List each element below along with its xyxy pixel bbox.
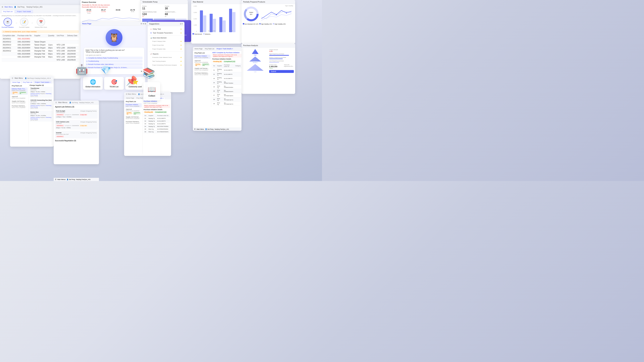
list-item-delivery[interactable]: Delivery Reply Trou... 03/05 To be compl…	[11, 87, 28, 95]
right-list-maintain[interactable]: Purchase Maintena... 03/10 To be complet…	[125, 120, 142, 124]
suggestion-3[interactable]: ▷ Remark Purchase order, Sale delivery	[86, 63, 142, 66]
chat-send-button[interactable]: ➤	[140, 70, 142, 72]
pr-list-maintain[interactable]: Purchase Maintena... 03/10 To be complet…	[194, 72, 210, 76]
home-settings-icon[interactable]: ⚙ ★ ⊞	[140, 23, 146, 25]
table-row: 02Nanjing TyNJ-3111098776	[212, 72, 242, 76]
left-tab-home[interactable]: Home Page	[11, 81, 22, 83]
purchase-right-panel: Home Page Proj./Task List Project / Task…	[193, 47, 242, 131]
branch-label: Nanjing FanQun_A01	[26, 6, 42, 8]
sidebar-delay-task[interactable]: ⚠ Delay Task ★	[148, 27, 184, 31]
suggestions-header: Suggestions ℹ ✕	[148, 22, 184, 26]
late-item-ccd: CCD Camera Lens Zhangta Hangyang Factory…	[55, 120, 98, 130]
home-page-label: Home Page	[82, 23, 91, 25]
table-row: 06Wuxi CgDK-97965487654678	[212, 89, 242, 93]
svg-rect-0	[200, 10, 203, 32]
purchase-flow-panel: ☰ Main Menu 👤 Dai Peng Nanjing FanQun_A0…	[0, 5, 80, 79]
sidebar-task-template[interactable]: ⚙ Task Template Parameters ★	[148, 31, 184, 35]
prepared-header: Partially Prepared Products	[242, 0, 295, 4]
svg-text:60+: 60+	[250, 13, 252, 15]
deco-books: 📚	[142, 67, 155, 79]
right-list-approval[interactable]: Approval 01/10 To be completed Pending (…	[125, 108, 142, 115]
base-data-header: 📊 Base Data Maintain	[148, 36, 184, 39]
table-row: 03Nanjing TyNJ-3111098776	[212, 76, 242, 81]
left-tab-proj[interactable]: Proj./Task List	[22, 81, 34, 83]
analysis-content: High Medium Low Usage amount 1.3% High f…	[242, 48, 295, 74]
list-item-purchase[interactable]: Purchase Maintena... 03/10 To be complet…	[11, 105, 28, 109]
pump-title: Schedulable Pump	[142, 1, 158, 3]
sidebar-project-scheduling[interactable]: Project Scheduling Performance Analysis …	[148, 63, 184, 67]
col-delivery-date: Delivery Date	[66, 34, 79, 37]
prepared-title: Partially Prepared Products	[243, 1, 265, 3]
analysis-header: Purchase Analysis	[242, 43, 295, 48]
agreed-late-content: Agreed Late Delivery (3) Fuse (Large) Zh…	[54, 105, 99, 143]
bottom-nav-right: ☰ Main Menu 👤 Dai Peng Nanjing FanQun_A0…	[193, 128, 242, 131]
collect-card[interactable]: 📖 Collect	[144, 82, 160, 100]
branch-info: [Nanjing Branch]: S11-09120003 [Shanghai…	[2, 15, 79, 16]
left-tab-details[interactable]: Project / Task Details ×	[34, 81, 52, 83]
list-item-supply[interactable]: Supply And Deman... 01/10 To be complete…	[11, 100, 28, 104]
purchase-analysis-panel: Purchase Analysis High Medium Low Usage …	[242, 43, 295, 94]
prepared-content: Stator 60+ Non-Standard HO 12% High Stab…	[242, 4, 295, 26]
receivable-content: Finance Overview Receivable ¥1,780,000 2…	[80, 0, 141, 25]
tab-proj-list[interactable]: Proj./Task List	[1, 10, 14, 13]
svg-text:Base: Base	[220, 30, 223, 32]
bottom-nav-agreed: ☰ Main Menus 👤 Dai Peng Nanjing FanQun_A…	[54, 178, 99, 181]
global-info-label: Global information	[84, 86, 102, 88]
main-menu-icon[interactable]: ☰	[2, 6, 3, 8]
pyramid-chart: High Medium Low	[243, 49, 268, 73]
home-center-panel: Home Page ⚙ ★ ⊞ 🦉 Hello! This is Oar. Is…	[80, 22, 148, 100]
deco-robot: 🤖	[76, 64, 88, 76]
sidebar-project-category[interactable]: Project Category Data ★	[148, 39, 184, 43]
deco-pin: 📌	[126, 75, 137, 86]
purchase-detail-table: No Supplier Purchase order No 01Nanjing …	[144, 114, 170, 133]
task-list-left-panel: ☰ Main Menu 👤 Dai Peng ▾ Nanjing FanQun_…	[10, 76, 54, 147]
receivable-title: Finance Overview	[82, 1, 96, 3]
right-list-purchase[interactable]: Purchase Initiation 03/07 To be complete…	[125, 103, 142, 107]
bottom-menu-icon[interactable]: ☰	[194, 128, 196, 130]
suggestions-panel: Suggestions ℹ ✕ ⚠ Delay Task ★ ⚙ Task Te…	[148, 22, 184, 92]
bottom-menu-icon-2[interactable]: ☰	[55, 179, 56, 180]
suggestions-info-icon[interactable]: ℹ ✕	[180, 23, 183, 25]
svg-point-18	[286, 12, 287, 13]
owl-mascot: 🦉	[106, 29, 122, 46]
prepared-products-panel: Partially Prepared Products Stator 60+	[242, 0, 295, 43]
col-po-number: Purchase order No	[16, 34, 33, 37]
pump-item-4: Thailand Subm... 68 62	[165, 11, 186, 17]
todo-list-card[interactable]: 🎯 TO-DO List	[104, 77, 124, 90]
list-item-approval[interactable]: Approval 01/10 To be completed	[11, 95, 28, 99]
pr-list-purchase[interactable]: Purchase Initiation 03/07 To be complete…	[194, 55, 210, 59]
pump-header: Schedulable Pump	[141, 0, 188, 4]
sidebar-project-template[interactable]: Project Template Data ★	[148, 47, 184, 51]
pr-list-supply[interactable]: Supply And Deman... 01/10 To be complete…	[194, 67, 210, 71]
prepared-line-chart	[261, 5, 294, 22]
raw-material-title: Raw Material	[193, 1, 203, 3]
purchase-flow-content: [Nanjing Branch]: S11-09120003 [Shanghai…	[0, 13, 80, 63]
col-supplier: Supplier	[33, 34, 47, 37]
col-unit-price: Unit Price	[56, 34, 66, 37]
raw-material-legend: Total Amount Advance...	[192, 33, 240, 35]
sidebar-task-tracking[interactable]: Task Tracking Analysis ★	[148, 59, 184, 63]
suggestion-1[interactable]: ▷ Complete by Delivery Reply Troubleshoo…	[86, 57, 142, 59]
right-tab-home[interactable]: Home Page	[125, 97, 135, 99]
sidebar-production-order[interactable]: Production Order Material Check ★	[148, 55, 184, 59]
supplier-item-button-box: Button Box DGL1003 800pcs * ¥1.5w = ¥120…	[30, 111, 53, 121]
table-row: 4301-202203006Shanghai Yide50pcsNTD 1,80…	[2, 52, 79, 55]
receivable-values: 24.15 -15.45% Curry 25.17 -13.23% 34.56 …	[82, 9, 140, 14]
global-info-card[interactable]: 🌐 Global information	[83, 77, 103, 90]
tab-task-details[interactable]: Project / Task Details	[15, 10, 33, 13]
suggestion-4[interactable]: ▷ Remark Purchase orders from Status: Pu…	[86, 66, 142, 69]
return-comment: Return comments: Purchase order to be up…	[144, 104, 170, 108]
pump-item-1: Frame 11	[142, 5, 164, 10]
table-row: 2022/04/113301-202203004Taiwan Dingxin20…	[2, 46, 79, 49]
suggestion-2[interactable]: ▷ Troubleshooting	[86, 60, 142, 62]
pr-list-approval[interactable]: Approval 01/10 To be completed Pending (…	[194, 59, 210, 66]
right-list-supply[interactable]: Supply And Deman... 01/10 To be complete…	[125, 116, 142, 120]
nav-user: Dai Peng	[18, 6, 24, 8]
sidebar-project-group[interactable]: Project Group Data ★	[148, 43, 184, 47]
table-row: 2022/03/113301-202203001	[2, 37, 79, 40]
table-row: 2022/03/133301-202203003Taiwan Dingxin11…	[2, 43, 79, 46]
chat-bubble: Hello! This is Oar. Is there anything yo…	[84, 48, 144, 74]
nav-main-menu[interactable]: Main Menu	[4, 6, 13, 8]
submit-button[interactable]: Submit	[269, 70, 294, 73]
task-list-right-panel: ☰ Main Menu 👤 Dai Peng ▾ Nanjing FanQun_…	[124, 92, 171, 156]
